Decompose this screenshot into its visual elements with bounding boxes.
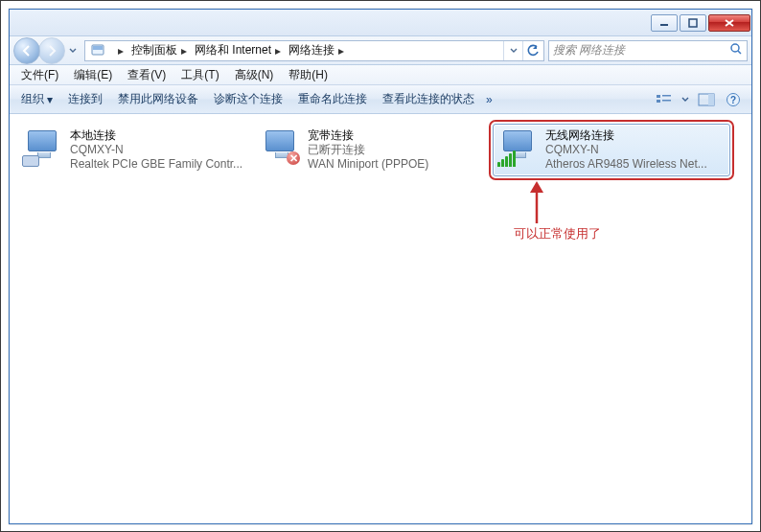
search-box[interactable]: 搜索 网络连接	[548, 40, 748, 61]
svg-rect-6	[657, 100, 660, 103]
lan-connection-icon	[22, 128, 64, 167]
cmd-organize[interactable]: 组织 ▾	[13, 87, 60, 111]
titlebar	[10, 10, 751, 36]
connection-name: 无线网络连接	[545, 128, 707, 143]
command-bar: 组织 ▾ 连接到 禁用此网络设备 诊断这个连接 重命名此连接 查看此连接的状态 …	[10, 85, 751, 114]
minimize-button[interactable]	[651, 14, 678, 32]
forward-button[interactable]	[38, 37, 65, 64]
control-panel-icon	[89, 42, 106, 59]
back-button[interactable]	[13, 37, 40, 64]
dialup-connection-icon: ✕	[260, 128, 302, 167]
svg-rect-5	[657, 95, 660, 98]
connection-status: CQMXY-N	[545, 143, 707, 157]
connection-name: 本地连接	[70, 128, 242, 143]
chevron-down-icon	[681, 96, 689, 104]
cmd-connect-to[interactable]: 连接到	[60, 87, 110, 111]
svg-rect-3	[93, 46, 103, 50]
maximize-icon	[688, 18, 698, 28]
svg-text:?: ?	[730, 95, 736, 105]
search-icon	[729, 42, 743, 58]
preview-pane-button[interactable]	[694, 89, 719, 110]
disconnected-badge-icon: ✕	[287, 151, 300, 165]
preview-pane-icon	[698, 93, 715, 106]
help-icon: ?	[726, 92, 741, 107]
address-dropdown[interactable]	[503, 41, 522, 60]
connection-name: 宽带连接	[308, 128, 428, 143]
refresh-icon	[526, 44, 540, 58]
chevron-down-icon: ▾	[47, 93, 53, 106]
forward-arrow-icon	[45, 44, 58, 58]
cmd-disable-device[interactable]: 禁用此网络设备	[110, 87, 206, 111]
connection-item-wifi[interactable]: 无线网络连接 CQMXY-N Atheros AR9485 Wireless N…	[493, 124, 730, 176]
close-icon	[724, 18, 735, 28]
explorer-window: ▸ 控制面板▸ 网络和 Internet▸ 网络连接▸ 搜索 网络连接	[9, 9, 752, 524]
content-area[interactable]: 本地连接 CQMXY-N Realtek PCIe GBE Family Con…	[10, 114, 751, 523]
cmd-diagnose[interactable]: 诊断这个连接	[206, 87, 290, 111]
refresh-button[interactable]	[522, 41, 542, 60]
breadcrumb-control-panel[interactable]: 控制面板▸	[127, 41, 191, 60]
connection-adapter: Realtek PCIe GBE Family Contr...	[70, 157, 242, 172]
cmd-label: 组织	[21, 91, 44, 107]
annotation-text: 可以正常使用了	[514, 225, 601, 243]
menu-help[interactable]: 帮助(H)	[281, 65, 335, 85]
history-dropdown[interactable]	[67, 37, 79, 64]
menu-bar: 文件(F) 编辑(E) 查看(V) 工具(T) 高级(N) 帮助(H)	[10, 65, 751, 85]
connection-item-dialup[interactable]: ✕ 宽带连接 已断开连接 WAN Miniport (PPPOE)	[255, 124, 493, 176]
breadcrumb-root-chevron[interactable]: ▸	[110, 41, 127, 60]
connection-adapter: WAN Miniport (PPPOE)	[308, 157, 428, 172]
maximize-button[interactable]	[680, 14, 706, 32]
svg-rect-7	[662, 95, 671, 97]
annotation-arrow-icon	[527, 181, 546, 226]
svg-rect-8	[662, 100, 671, 102]
menu-advanced[interactable]: 高级(N)	[227, 65, 282, 85]
view-icon	[656, 93, 673, 106]
svg-point-4	[731, 44, 739, 52]
breadcrumb-network-internet[interactable]: 网络和 Internet▸	[191, 41, 285, 60]
wifi-connection-icon	[497, 128, 540, 167]
breadcrumb-label: 网络连接	[288, 42, 334, 58]
breadcrumb-label: 网络和 Internet	[195, 42, 271, 58]
search-placeholder: 搜索 网络连接	[553, 42, 625, 58]
connection-adapter: Atheros AR9485 Wireless Net...	[545, 157, 707, 172]
signal-bars-icon	[497, 150, 516, 167]
view-options-dropdown[interactable]	[679, 89, 692, 110]
navigation-bar: ▸ 控制面板▸ 网络和 Internet▸ 网络连接▸ 搜索 网络连接	[10, 36, 751, 65]
menu-edit[interactable]: 编辑(E)	[66, 65, 120, 85]
view-options-button[interactable]	[652, 89, 677, 110]
cmd-overflow[interactable]: »	[486, 93, 493, 106]
connection-status: CQMXY-N	[70, 143, 242, 157]
breadcrumb-network-connections[interactable]: 网络连接▸	[285, 41, 348, 60]
svg-rect-0	[660, 24, 668, 26]
chevron-down-icon	[69, 47, 77, 55]
menu-tools[interactable]: 工具(T)	[173, 65, 226, 85]
address-bar[interactable]: ▸ 控制面板▸ 网络和 Internet▸ 网络连接▸	[84, 40, 544, 61]
back-arrow-icon	[20, 44, 34, 58]
help-button[interactable]: ?	[721, 89, 746, 110]
menu-view[interactable]: 查看(V)	[120, 65, 173, 85]
menu-file[interactable]: 文件(F)	[13, 65, 66, 85]
connection-item-lan[interactable]: 本地连接 CQMXY-N Realtek PCIe GBE Family Con…	[17, 124, 255, 176]
cmd-view-status[interactable]: 查看此连接的状态	[375, 87, 482, 111]
connection-status: 已断开连接	[308, 143, 428, 157]
cmd-rename[interactable]: 重命名此连接	[290, 87, 375, 111]
close-button[interactable]	[708, 14, 750, 32]
minimize-icon	[659, 18, 669, 28]
svg-rect-1	[689, 19, 697, 27]
svg-rect-10	[708, 94, 714, 105]
chevron-down-icon	[510, 47, 518, 55]
breadcrumb-label: 控制面板	[131, 42, 177, 58]
